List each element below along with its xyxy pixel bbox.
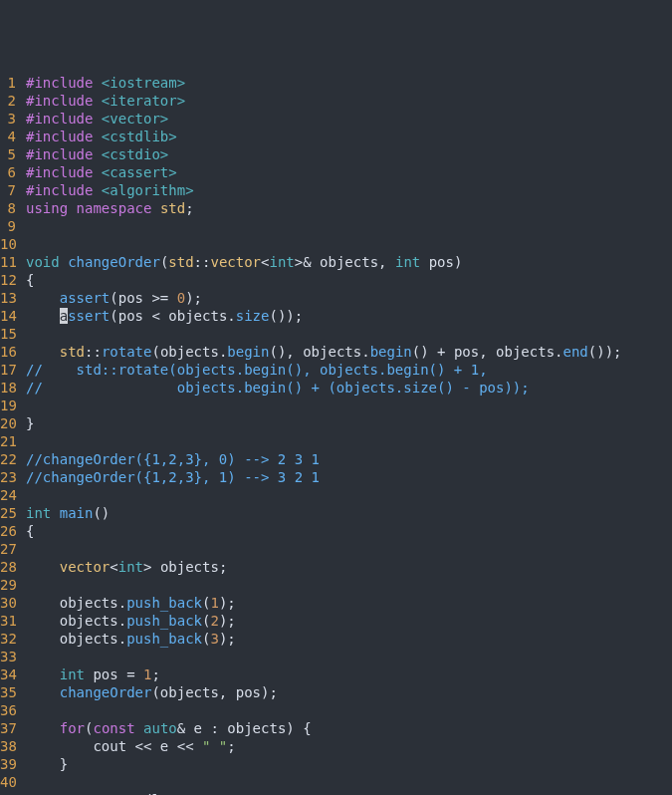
line-number: 33: [0, 648, 16, 665]
code-line[interactable]: int main(): [26, 504, 622, 522]
line-number: 9: [0, 217, 16, 235]
code-line[interactable]: // objects.begin() + (objects.size() - p…: [26, 379, 622, 397]
line-number: 14: [0, 307, 16, 325]
token-fn: ssert: [68, 308, 110, 324]
code-line[interactable]: objects.push_back(2);: [26, 612, 622, 630]
token-id: [26, 290, 60, 306]
code-line[interactable]: // std::rotate(objects.begin(), objects.…: [26, 361, 622, 379]
line-number: 36: [0, 701, 16, 719]
code-line[interactable]: using namespace std;: [26, 199, 622, 217]
token-cm2: // objects.begin() + (objects.size() - p…: [26, 380, 530, 396]
token-id: & e : objects) {: [177, 720, 312, 736]
token-id: objects.: [26, 631, 126, 647]
token-pp: #include: [26, 129, 102, 144]
token-fn: changeOrder: [60, 684, 152, 700]
code-line[interactable]: [26, 217, 622, 235]
line-number: 37: [0, 719, 16, 737]
token-kw: namespace: [77, 200, 160, 216]
code-line[interactable]: #include <algorithm>: [26, 181, 622, 199]
token-id: (pos < objects.: [110, 308, 235, 324]
token-id: (objects.: [151, 344, 227, 360]
code-line[interactable]: cout << endl;: [26, 791, 622, 795]
code-line[interactable]: }: [26, 755, 622, 773]
token-pu: {: [26, 272, 34, 288]
code-line[interactable]: //changeOrder({1,2,3}, 0) --> 2 3 1: [26, 450, 622, 468]
token-inc: <cassert>: [102, 164, 177, 180]
code-line[interactable]: [26, 576, 622, 594]
code-line[interactable]: assert(pos < objects.size());: [26, 307, 622, 325]
code-line[interactable]: changeOrder(objects, pos);: [26, 683, 622, 701]
token-id: objects.: [26, 613, 126, 629]
token-fn: begin: [227, 344, 269, 360]
code-line[interactable]: for(const auto& e : objects) {: [26, 719, 622, 737]
code-line[interactable]: [26, 325, 622, 343]
code-line[interactable]: [26, 540, 622, 558]
code-line[interactable]: [26, 486, 622, 504]
line-number: 30: [0, 594, 16, 612]
code-line[interactable]: objects.push_back(1);: [26, 594, 622, 612]
token-id: [26, 308, 60, 324]
code-line[interactable]: {: [26, 271, 622, 289]
token-id: }: [26, 756, 68, 772]
token-id: pos =: [93, 666, 143, 682]
code-line[interactable]: #include <iostream>: [26, 74, 622, 92]
code-line[interactable]: objects.push_back(3);: [26, 630, 622, 648]
code-line[interactable]: cout << e << " ";: [26, 737, 622, 755]
line-number: 28: [0, 558, 16, 576]
token-pu: );: [219, 613, 236, 629]
token-inc: <iostream>: [102, 75, 185, 91]
token-ty: int: [60, 666, 94, 682]
token-fn: push_back: [126, 595, 202, 611]
token-ylw: vector: [210, 254, 261, 270]
token-inc: <iterator>: [102, 93, 185, 109]
line-number: 13: [0, 289, 16, 307]
code-line[interactable]: #include <cstdio>: [26, 145, 622, 163]
line-number: 10: [0, 235, 16, 253]
code-line[interactable]: assert(pos >= 0);: [26, 289, 622, 307]
token-pu: ,: [378, 254, 395, 270]
token-pu: >&: [295, 254, 320, 270]
token-pu: ());: [269, 308, 303, 324]
token-fn: assert: [60, 290, 111, 306]
code-line[interactable]: vector<int> objects;: [26, 558, 622, 576]
line-number: 1: [0, 74, 16, 92]
code-line[interactable]: {: [26, 522, 622, 540]
token-pu: ): [454, 254, 462, 270]
line-number: 39: [0, 755, 16, 773]
code-line[interactable]: void changeOrder(std::vector<int>& objec…: [26, 253, 622, 271]
line-number: 20: [0, 414, 16, 432]
token-pp: #include: [26, 75, 102, 91]
token-inc: <cstdlib>: [102, 129, 177, 144]
code-line[interactable]: #include <cassert>: [26, 163, 622, 181]
code-line[interactable]: //changeOrder({1,2,3}, 1) --> 3 2 1: [26, 468, 622, 486]
token-pu: );: [185, 290, 202, 306]
code-line[interactable]: [26, 648, 622, 665]
line-number: 18: [0, 379, 16, 397]
line-number: 41: [0, 791, 16, 795]
token-pu: ::: [85, 344, 102, 360]
code-line[interactable]: [26, 397, 622, 414]
line-number: 15: [0, 325, 16, 343]
code-line[interactable]: }: [26, 414, 622, 432]
token-cm2: // std::rotate(objects.begin(), objects.…: [26, 362, 488, 378]
code-line[interactable]: [26, 235, 622, 253]
line-number: 31: [0, 612, 16, 630]
line-number: 19: [0, 397, 16, 414]
token-fn: changeOrder: [68, 254, 160, 270]
code-line[interactable]: #include <cstdlib>: [26, 128, 622, 145]
code-line[interactable]: [26, 701, 622, 719]
token-pu: ;: [185, 200, 193, 216]
code-line[interactable]: std::rotate(objects.begin(), objects.beg…: [26, 343, 622, 361]
code-line[interactable]: int pos = 1;: [26, 665, 622, 683]
code-line[interactable]: [26, 773, 622, 791]
line-number: 27: [0, 540, 16, 558]
code-line[interactable]: [26, 432, 622, 450]
code-line[interactable]: #include <vector>: [26, 110, 622, 128]
line-number: 32: [0, 630, 16, 648]
token-id: (objects, pos);: [151, 684, 277, 700]
line-number: 6: [0, 163, 16, 181]
token-pu: ;: [151, 666, 159, 682]
code-line[interactable]: #include <iterator>: [26, 92, 622, 110]
code-editor[interactable]: 1234567891011121314151617181920212223242…: [0, 72, 672, 795]
code-area[interactable]: #include <iostream>#include <iterator>#i…: [20, 74, 622, 795]
